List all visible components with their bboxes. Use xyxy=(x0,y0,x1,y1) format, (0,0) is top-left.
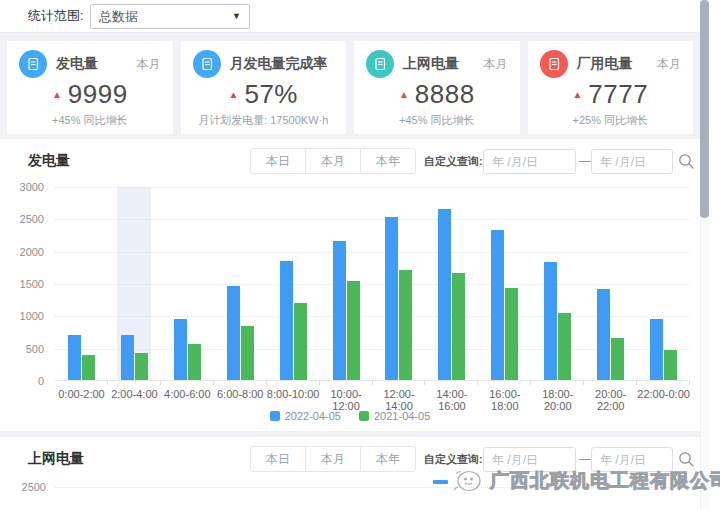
bar-2022-04-05[interactable] xyxy=(385,217,398,380)
start-date-input[interactable] xyxy=(483,447,576,472)
range-button-group: 本日 本月 本年 xyxy=(250,148,416,174)
x-axis-label: 10:00-12:00 xyxy=(320,388,373,412)
document-icon xyxy=(366,50,394,78)
document-icon xyxy=(540,50,568,78)
year-button[interactable]: 本年 xyxy=(360,446,416,472)
search-icon[interactable] xyxy=(678,153,695,174)
chart-legend: 2022-04-052021-04-05 xyxy=(0,410,700,422)
start-date-input[interactable] xyxy=(483,149,576,174)
bar-chart-plot xyxy=(55,187,690,381)
x-axis-label: 6:00-8:00 xyxy=(214,388,267,412)
bar-group xyxy=(425,187,478,380)
document-icon xyxy=(193,50,221,78)
today-button[interactable]: 本日 xyxy=(250,148,306,174)
x-axis-label: 20:00-22:00 xyxy=(584,388,637,412)
card-value: 57% xyxy=(244,79,298,110)
card-subtext: 月计划发电量: 17500KW·h xyxy=(193,113,335,128)
bar-2021-04-05[interactable] xyxy=(452,273,465,380)
bar-2021-04-05[interactable] xyxy=(294,303,307,380)
partial-bar-top[interactable] xyxy=(433,480,448,484)
date-range-separator: — xyxy=(579,148,591,174)
bar-group xyxy=(214,187,267,380)
card-subtext: +25% 同比增长 xyxy=(540,113,682,128)
bar-2021-04-05[interactable] xyxy=(399,270,412,380)
y-axis-label: 0 xyxy=(0,375,44,387)
bar-group xyxy=(320,187,373,380)
top-bar: 统计范围: 总数据 ▼ xyxy=(0,0,700,33)
month-button[interactable]: 本月 xyxy=(305,148,361,174)
bar-2022-04-05[interactable] xyxy=(544,262,557,380)
legend-item[interactable]: 2021-04-05 xyxy=(359,410,430,422)
card-value: 7777 xyxy=(588,79,648,110)
date-range-separator: — xyxy=(579,446,591,472)
bar-group xyxy=(55,187,108,380)
bar-2022-04-05[interactable] xyxy=(333,241,346,380)
card-title: 厂用电量 xyxy=(577,55,633,73)
bar-2022-04-05[interactable] xyxy=(491,230,504,380)
x-axis-label: 22:00-0:00 xyxy=(637,388,690,412)
document-icon xyxy=(19,50,47,78)
x-axis-label: 8:00-10:00 xyxy=(267,388,320,412)
y-axis-label: 1500 xyxy=(0,278,44,290)
grid-export-chart-panel: 上网电量 本日 本月 本年 自定义查询: — 2500 xyxy=(0,437,700,509)
bar-2021-04-05[interactable] xyxy=(505,288,518,380)
bar-2022-04-05[interactable] xyxy=(280,261,293,380)
bar-group xyxy=(478,187,531,380)
bar-group xyxy=(373,187,426,380)
bar-2021-04-05[interactable] xyxy=(135,353,148,380)
end-date-input[interactable] xyxy=(591,447,673,472)
bar-2021-04-05[interactable] xyxy=(347,281,360,380)
bar-group xyxy=(267,187,320,380)
card-plant-consumption: 厂用电量 本月 ▲ 7777 +25% 同比增长 xyxy=(528,41,694,134)
card-title: 上网电量 xyxy=(403,55,459,73)
y-axis-label: 3000 xyxy=(0,181,44,193)
legend-item[interactable]: 2022-04-05 xyxy=(270,410,341,422)
up-triangle-icon: ▲ xyxy=(399,90,409,100)
bar-group xyxy=(108,187,161,380)
card-subtext: +45% 同比增长 xyxy=(366,113,508,128)
up-triangle-icon: ▲ xyxy=(229,90,239,100)
bar-2022-04-05[interactable] xyxy=(174,319,187,380)
bar-group xyxy=(584,187,637,380)
end-date-input[interactable] xyxy=(591,149,673,174)
bar-2022-04-05[interactable] xyxy=(438,209,451,380)
x-axis-label: 0:00-2:00 xyxy=(55,388,108,412)
search-icon[interactable] xyxy=(678,451,695,472)
custom-query-label: 自定义查询: xyxy=(424,148,483,174)
bar-2022-04-05[interactable] xyxy=(227,286,240,380)
bar-2021-04-05[interactable] xyxy=(664,350,677,380)
today-button[interactable]: 本日 xyxy=(250,446,306,472)
y-axis-label: 1000 xyxy=(0,310,44,322)
y-axis-label: 2000 xyxy=(0,246,44,258)
card-period: 本月 xyxy=(137,56,161,73)
x-axis-label: 12:00-14:00 xyxy=(373,388,426,412)
section-title-generation: 发电量 xyxy=(28,152,70,170)
bar-2021-04-05[interactable] xyxy=(558,313,571,380)
x-axis-label: 14:00-16:00 xyxy=(425,388,478,412)
bar-group xyxy=(637,187,690,380)
up-triangle-icon: ▲ xyxy=(572,90,582,100)
bar-2021-04-05[interactable] xyxy=(82,355,95,380)
bar-2022-04-05[interactable] xyxy=(650,319,663,380)
bar-2022-04-05[interactable] xyxy=(68,335,81,380)
scope-select[interactable]: 总数据 ▼ xyxy=(90,4,250,29)
x-axis-label: 4:00-6:00 xyxy=(161,388,214,412)
bar-2021-04-05[interactable] xyxy=(188,344,201,380)
year-button[interactable]: 本年 xyxy=(360,148,416,174)
card-monthly-completion: 月发电量完成率 ▲ 57% 月计划发电量: 17500KW·h xyxy=(181,41,347,134)
bar-2021-04-05[interactable] xyxy=(241,326,254,380)
bar-2021-04-05[interactable] xyxy=(611,338,624,380)
up-triangle-icon: ▲ xyxy=(52,90,62,100)
bar-2022-04-05[interactable] xyxy=(121,335,134,380)
y-axis-label: 2500 xyxy=(14,481,46,493)
card-generation: 发电量 本月 ▲ 9999 +45% 同比增长 xyxy=(7,41,173,134)
caret-down-icon: ▼ xyxy=(232,5,241,28)
card-title: 月发电量完成率 xyxy=(230,55,328,73)
y-axis-label: 500 xyxy=(0,343,44,355)
bar-2022-04-05[interactable] xyxy=(597,289,610,380)
scope-select-value: 总数据 xyxy=(99,9,138,24)
month-button[interactable]: 本月 xyxy=(305,446,361,472)
custom-query-label: 自定义查询: xyxy=(424,446,483,472)
legend-label: 2022-04-05 xyxy=(285,410,341,422)
scrollbar-thumb[interactable] xyxy=(700,0,709,218)
